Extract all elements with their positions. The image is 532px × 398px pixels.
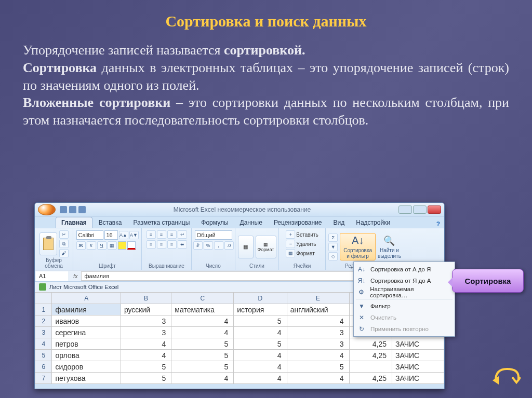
return-arrow-icon	[491, 365, 521, 388]
group-number-label: Число	[206, 263, 221, 269]
back-arrow-button[interactable]	[491, 365, 521, 388]
filter-icon: ▼	[357, 303, 366, 310]
find-select-icon: 🔍	[383, 235, 395, 246]
fx-icon[interactable]: fx	[70, 273, 81, 279]
table-row[interactable]: 5 орлова 4 5 4 4 4,25 ЗАЧИС	[35, 350, 444, 361]
tab-view[interactable]: Вид	[328, 217, 350, 228]
autosum-button[interactable]: Σ	[328, 234, 338, 242]
excel-icon	[39, 283, 46, 291]
menu-custom-sort[interactable]: ⚙Настраиваемая сортировка…	[354, 286, 455, 298]
clear-button[interactable]: ◇	[328, 252, 338, 260]
sort-filter-button[interactable]: A↓ Сортировка и фильтр	[340, 233, 376, 260]
group-clipboard-label: Буфер обмена	[38, 257, 70, 269]
clipboard-icon	[43, 238, 54, 250]
tab-page-layout[interactable]: Разметка страницы	[128, 217, 195, 228]
cut-button[interactable]: ✂	[59, 230, 69, 239]
sort-asc-icon: А↓	[357, 266, 366, 273]
tab-review[interactable]: Рецензирование	[269, 217, 327, 228]
p1-prefix: Упорядочение записей называется	[23, 43, 224, 58]
menu-reapply: ↻Применить повторно	[354, 323, 455, 335]
currency-button[interactable]: ₽	[193, 241, 203, 250]
menu-sort-asc[interactable]: А↓Сортировка от А до Я	[354, 264, 455, 275]
cell-styles-button[interactable]: ▦	[238, 236, 254, 258]
paste-button[interactable]	[39, 232, 57, 255]
ribbon-tabs: Главная Вставка Разметка страницы Формул…	[35, 216, 444, 228]
table-row[interactable]: 7 петухова 5 4 4 4 4,25 ЗАЧИС	[35, 373, 444, 384]
p2-bold: Сортировка	[23, 60, 97, 75]
col-header-e[interactable]: E	[287, 293, 349, 304]
align-middle-button[interactable]: ≡	[157, 230, 166, 239]
group-cells-label: Ячейки	[294, 263, 311, 269]
percent-button[interactable]: %	[204, 241, 213, 250]
sort-filter-menu: А↓Сортировка от А до Я Я↓Сортировка от Я…	[353, 262, 455, 337]
clear-icon: ✕	[357, 314, 366, 321]
insert-cells-button[interactable]: +	[286, 230, 295, 239]
sort-filter-icon: A↓	[352, 235, 364, 246]
bold-button[interactable]: Ж	[76, 241, 86, 250]
slide-title: Сортировка и поиск данных	[23, 12, 509, 30]
format-painter-button[interactable]: 🖌	[59, 249, 69, 257]
shrink-font-button[interactable]: A▼	[129, 231, 139, 239]
select-all-corner[interactable]	[35, 293, 52, 304]
italic-button[interactable]: К	[87, 241, 96, 250]
table-row[interactable]: 6 сидоров 5 5 4 5 ЗАЧИС	[35, 361, 444, 373]
table-row[interactable]: 4 петров 4 5 5 3 4,25 ЗАЧИС	[35, 338, 444, 350]
maximize-button[interactable]	[413, 205, 427, 214]
callout-label: Сортировка	[452, 269, 524, 293]
align-center-button[interactable]: ≡	[157, 240, 166, 249]
menu-sort-desc[interactable]: Я↓Сортировка от Я до А	[354, 275, 455, 286]
tab-addins[interactable]: Надстройки	[351, 217, 395, 228]
format-cells-button[interactable]: ▦	[286, 249, 295, 257]
name-box[interactable]: A1	[36, 271, 69, 281]
reapply-icon: ↻	[357, 325, 366, 333]
col-header-b[interactable]: B	[121, 293, 171, 304]
p1-bold: сортировкой.	[224, 43, 305, 58]
delete-cells-button[interactable]: −	[286, 240, 295, 248]
custom-sort-icon: ⚙	[357, 289, 366, 296]
grow-font-button[interactable]: A▲	[119, 231, 128, 239]
fill-button[interactable]: ▼	[328, 243, 338, 251]
underline-button[interactable]: Ч	[97, 241, 107, 250]
window-caption: Microsoft Excel некоммерческое использов…	[86, 206, 398, 213]
number-format-select[interactable]: Общий	[195, 230, 232, 240]
p3-bold: Вложенные сортировки	[23, 95, 170, 110]
group-styles-label: Стили	[249, 263, 264, 269]
minimize-button[interactable]	[398, 205, 412, 214]
group-font-label: Шрифт	[99, 263, 116, 269]
border-button[interactable]: ▦	[108, 241, 117, 250]
menu-clear: ✕Очистить	[354, 312, 455, 323]
help-icon[interactable]: ?	[436, 221, 440, 228]
font-name-select[interactable]: Calibri	[76, 230, 103, 240]
merge-button[interactable]: ⬌	[178, 240, 187, 249]
slide-body: Упорядочение записей называется сортиров…	[23, 42, 509, 129]
align-top-button[interactable]: ≡	[147, 230, 156, 239]
tab-data[interactable]: Данные	[235, 217, 268, 228]
col-header-c[interactable]: C	[171, 293, 234, 304]
align-left-button[interactable]: ≡	[147, 240, 156, 249]
tab-insert[interactable]: Вставка	[94, 217, 127, 228]
tab-home[interactable]: Главная	[56, 217, 92, 228]
align-right-button[interactable]: ≡	[167, 240, 177, 249]
align-bottom-button[interactable]: ≡	[167, 230, 177, 239]
col-header-a[interactable]: A	[52, 293, 121, 304]
increase-decimal-button[interactable]: .0	[224, 241, 234, 250]
wrap-text-button[interactable]: ↩	[178, 230, 187, 239]
comma-button[interactable]: ,	[214, 241, 223, 250]
group-align-label: Выравнивание	[149, 263, 184, 269]
close-button[interactable]	[428, 205, 441, 214]
find-select-button[interactable]: Найти и выделить	[378, 248, 401, 259]
menu-filter[interactable]: ▼Фильтр	[354, 300, 455, 312]
font-size-select[interactable]: 16	[104, 230, 118, 240]
titlebar: Microsoft Excel некоммерческое использов…	[35, 203, 444, 216]
office-button[interactable]	[38, 204, 56, 215]
format-button[interactable]: ▦Формат	[256, 236, 276, 258]
col-header-d[interactable]: D	[234, 293, 287, 304]
font-color-button[interactable]	[127, 241, 136, 250]
quick-access-toolbar[interactable]	[60, 206, 86, 213]
fill-color-button[interactable]	[118, 241, 126, 250]
sort-desc-icon: Я↓	[357, 277, 366, 284]
tab-formulas[interactable]: Формулы	[196, 217, 233, 228]
copy-button[interactable]: ⧉	[59, 240, 69, 248]
